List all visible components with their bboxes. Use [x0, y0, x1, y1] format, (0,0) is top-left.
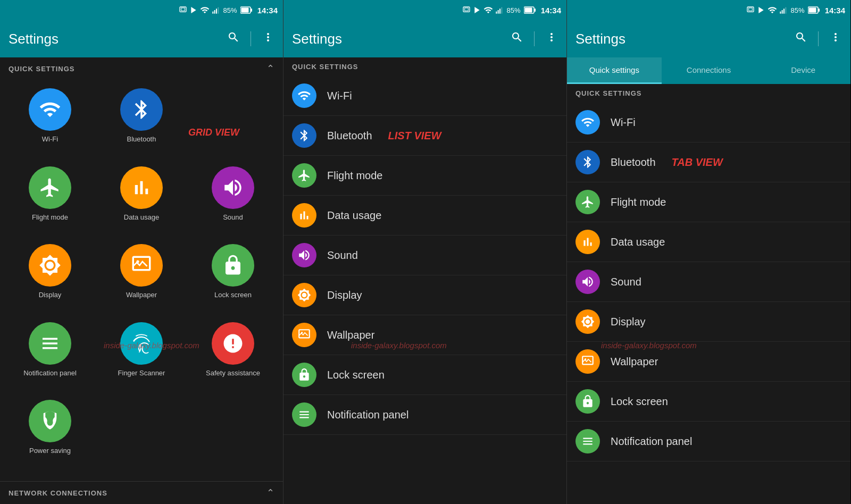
header-divider-2 [534, 31, 535, 46]
wallpaper-tab-icon [575, 349, 600, 374]
header-divider-1 [251, 31, 251, 46]
header-icons-1 [227, 31, 274, 47]
svg-rect-8 [251, 9, 252, 12]
list-item-wifi[interactable]: Wi-Fi [283, 76, 566, 116]
tab-list-item-wallpaper[interactable]: Wallpaper [567, 342, 850, 382]
tab-list-item-data[interactable]: Data usage [567, 222, 850, 262]
notification-list-icon [292, 402, 316, 427]
svg-rect-29 [783, 9, 785, 13]
tab-list-item-flight[interactable]: Flight mode [567, 182, 850, 222]
tab-quick-settings-label: Quick settings [589, 65, 639, 74]
tab-list-item-sound[interactable]: Sound [567, 262, 850, 302]
flight-tab-label: Flight mode [611, 196, 666, 208]
sound-grid-icon [212, 166, 254, 209]
list-item-sound[interactable]: Sound [283, 236, 566, 275]
grid-item-fingerprint[interactable]: Finger Scanner [97, 322, 186, 395]
notification-list-label: Notification panel [327, 409, 408, 421]
tab-connections-label: Connections [687, 65, 731, 74]
svg-point-11 [136, 261, 139, 263]
svg-rect-32 [818, 9, 820, 12]
wifi-status-icon-2 [483, 5, 493, 15]
time-display-2: 14:34 [541, 6, 561, 15]
more-icon-3[interactable] [829, 31, 842, 47]
wifi-tab-label: Wi-Fi [611, 116, 636, 129]
grid-item-data[interactable]: Data usage [97, 166, 186, 239]
status-icons-3 [746, 5, 788, 15]
bluetooth-tab-label: Bluetooth [611, 156, 656, 169]
grid-item-wifi[interactable]: Wi-Fi [5, 88, 95, 161]
status-bar-1: 85% 14:34 [0, 0, 283, 20]
lock-grid-icon [212, 244, 254, 287]
header-divider-3 [818, 31, 819, 46]
list-item-notification[interactable]: Notification panel [283, 395, 566, 435]
notification-tab-label: Notification panel [611, 435, 692, 448]
search-icon-3[interactable] [795, 31, 807, 47]
battery-percent-3: 85% [791, 6, 805, 14]
lock-list-label: Lock screen [327, 369, 385, 381]
wallpaper-grid-icon [120, 244, 163, 287]
lock-tab-label: Lock screen [611, 396, 668, 408]
svg-rect-9 [241, 8, 248, 13]
list-item-flight[interactable]: Flight mode [283, 156, 566, 196]
more-icon-1[interactable] [262, 31, 274, 47]
collapse-icon-1[interactable]: ⌃ [266, 63, 274, 74]
data-list-label: Data usage [327, 209, 381, 222]
battery-percent-2: 85% [507, 6, 521, 14]
tab-device[interactable]: Device [756, 57, 850, 84]
display-tab-icon [575, 309, 600, 334]
grid-item-wallpaper[interactable]: Wallpaper [97, 244, 186, 317]
app-title-2: Settings [292, 31, 511, 47]
tab-list-item-wifi[interactable]: Wi-Fi [567, 103, 850, 142]
power-grid-label: Power saving [29, 447, 71, 455]
grid-item-sound[interactable]: Sound [188, 166, 278, 239]
svg-rect-20 [534, 9, 536, 12]
grid-item-lock[interactable]: Lock screen [188, 244, 278, 317]
list-item-bluetooth[interactable]: Bluetooth LIST VIEW [283, 116, 566, 156]
wifi-grid-icon [29, 88, 71, 131]
wifi-status-icon-3 [767, 5, 777, 15]
safety-grid-label: Safety assistance [206, 369, 260, 377]
wifi-list-icon [292, 83, 316, 108]
screenshot-icon [179, 6, 187, 14]
list-item-data[interactable]: Data usage [283, 196, 566, 236]
wifi-list-label: Wi-Fi [327, 90, 352, 102]
network-label-1: NETWORK CONNECTIONS [9, 489, 107, 497]
more-icon-2[interactable] [545, 31, 558, 47]
svg-rect-27 [780, 12, 781, 14]
list-item-display[interactable]: Display [283, 275, 566, 315]
grid-item-power[interactable]: Power saving [5, 400, 95, 473]
grid-item-flight[interactable]: Flight mode [5, 166, 95, 239]
list-item-lock[interactable]: Lock screen [283, 355, 566, 395]
signal-icon-3 [779, 6, 788, 14]
tab-connections[interactable]: Connections [662, 57, 756, 84]
search-icon-1[interactable] [227, 31, 240, 47]
tab-list-item-bluetooth[interactable]: Bluetooth TAB VIEW [567, 142, 850, 182]
bluetooth-list-icon [292, 123, 316, 148]
quick-settings-label-3: QUICK SETTINGS [575, 89, 642, 97]
svg-rect-30 [785, 7, 786, 14]
svg-rect-13 [464, 8, 468, 11]
app-title-3: Settings [575, 31, 795, 47]
tab-quick-settings[interactable]: Quick settings [567, 57, 662, 84]
panel-tab-view: 85% 14:34 Settings Quick settings Connec… [567, 0, 850, 504]
tab-list-item-lock[interactable]: Lock screen [567, 382, 850, 422]
bluetooth-tab-icon [575, 150, 600, 174]
grid-item-safety[interactable]: Safety assistance [188, 322, 278, 395]
grid-item-bluetooth[interactable]: Bluetooth [97, 88, 186, 161]
play-icon [189, 6, 198, 14]
svg-point-23 [301, 332, 303, 333]
tab-view-label: TAB VIEW [672, 156, 723, 169]
battery-icon-1 [240, 6, 252, 14]
svg-rect-24 [747, 7, 754, 12]
list-item-wallpaper[interactable]: Wallpaper [283, 315, 566, 355]
header-icons-2 [511, 31, 558, 47]
tab-list-item-notification[interactable]: Notification panel [567, 422, 850, 461]
network-chevron-1[interactable]: ⌃ [266, 487, 274, 499]
search-icon-2[interactable] [511, 31, 523, 47]
svg-rect-16 [497, 10, 498, 14]
grid-item-notification[interactable]: Notification panel [5, 322, 95, 395]
tab-list-item-display[interactable]: Display [567, 302, 850, 342]
data-list-icon [292, 203, 316, 228]
grid-item-display[interactable]: Display [5, 244, 95, 317]
sound-list-icon [292, 243, 316, 267]
